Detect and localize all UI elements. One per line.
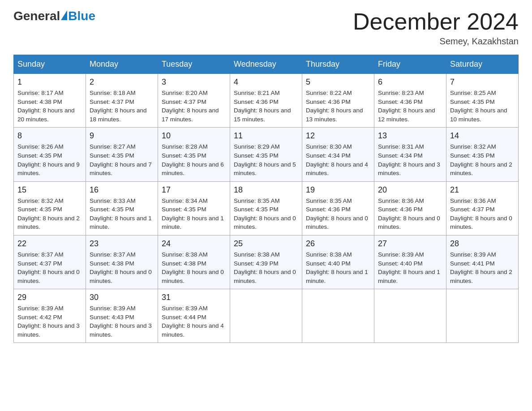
table-row [302,289,374,343]
day-number: 15 [17,185,82,195]
col-sunday: Sunday [14,55,86,74]
table-row: 3 Sunrise: 8:20 AMSunset: 4:37 PMDayligh… [158,74,230,128]
table-row: 25 Sunrise: 8:38 AMSunset: 4:39 PMDaylig… [230,235,302,289]
table-row: 22 Sunrise: 8:37 AMSunset: 4:37 PMDaylig… [14,235,86,289]
day-info: Sunrise: 8:26 AMSunset: 4:35 PMDaylight:… [17,143,80,176]
calendar-table: Sunday Monday Tuesday Wednesday Thursday… [13,55,519,343]
table-row: 30 Sunrise: 8:39 AMSunset: 4:43 PMDaylig… [86,289,158,343]
day-number: 6 [378,77,442,87]
day-info: Sunrise: 8:35 AMSunset: 4:36 PMDaylight:… [306,197,368,231]
table-row: 1 Sunrise: 8:17 AMSunset: 4:38 PMDayligh… [14,74,86,128]
col-saturday: Saturday [446,55,519,74]
day-info: Sunrise: 8:38 AMSunset: 4:39 PMDaylight:… [234,251,296,284]
day-number: 18 [234,185,298,195]
day-info: Sunrise: 8:18 AMSunset: 4:37 PMDaylight:… [90,90,147,123]
calendar-week-row: 8 Sunrise: 8:26 AMSunset: 4:35 PMDayligh… [14,128,519,181]
day-info: Sunrise: 8:17 AMSunset: 4:38 PMDaylight:… [17,90,75,123]
table-row: 21 Sunrise: 8:36 AMSunset: 4:37 PMDaylig… [446,181,519,235]
day-info: Sunrise: 8:39 AMSunset: 4:43 PMDaylight:… [90,305,152,338]
col-monday: Monday [86,55,158,74]
month-title: December 2024 [353,9,519,34]
day-info: Sunrise: 8:37 AMSunset: 4:38 PMDaylight:… [90,251,152,284]
day-number: 4 [234,77,298,87]
col-thursday: Thursday [302,55,374,74]
day-number: 25 [234,239,298,248]
day-number: 7 [450,77,515,87]
table-row: 14 Sunrise: 8:32 AMSunset: 4:35 PMDaylig… [446,128,519,181]
table-row: 28 Sunrise: 8:39 AMSunset: 4:41 PMDaylig… [446,235,519,289]
table-row: 29 Sunrise: 8:39 AMSunset: 4:42 PMDaylig… [14,289,86,343]
day-info: Sunrise: 8:38 AMSunset: 4:38 PMDaylight:… [162,251,224,284]
day-number: 20 [378,185,442,195]
day-number: 14 [450,131,515,141]
table-row: 20 Sunrise: 8:36 AMSunset: 4:36 PMDaylig… [374,181,446,235]
day-number: 9 [90,131,154,141]
calendar-week-row: 22 Sunrise: 8:37 AMSunset: 4:37 PMDaylig… [14,235,519,289]
title-block: December 2024 Semey, Kazakhstan [353,9,519,47]
table-row: 26 Sunrise: 8:38 AMSunset: 4:40 PMDaylig… [302,235,374,289]
day-number: 2 [90,77,154,87]
logo-blue: Blue [68,9,95,23]
table-row: 11 Sunrise: 8:29 AMSunset: 4:35 PMDaylig… [230,128,302,181]
table-row [230,289,302,343]
table-row: 17 Sunrise: 8:34 AMSunset: 4:35 PMDaylig… [158,181,230,235]
table-row: 27 Sunrise: 8:39 AMSunset: 4:40 PMDaylig… [374,235,446,289]
day-info: Sunrise: 8:39 AMSunset: 4:40 PMDaylight:… [378,251,440,284]
table-row: 23 Sunrise: 8:37 AMSunset: 4:38 PMDaylig… [86,235,158,289]
day-number: 30 [90,293,154,302]
day-info: Sunrise: 8:36 AMSunset: 4:36 PMDaylight:… [378,197,440,231]
day-info: Sunrise: 8:29 AMSunset: 4:35 PMDaylight:… [234,143,296,176]
calendar-week-row: 15 Sunrise: 8:32 AMSunset: 4:35 PMDaylig… [14,181,519,235]
day-number: 28 [450,239,515,248]
day-info: Sunrise: 8:32 AMSunset: 4:35 PMDaylight:… [450,143,512,176]
day-info: Sunrise: 8:35 AMSunset: 4:35 PMDaylight:… [234,197,296,231]
logo: General Blue [13,9,95,23]
table-row: 9 Sunrise: 8:27 AMSunset: 4:35 PMDayligh… [86,128,158,181]
table-row: 7 Sunrise: 8:25 AMSunset: 4:35 PMDayligh… [446,74,519,128]
logo-general: General [13,9,60,23]
day-number: 31 [162,293,226,302]
day-number: 3 [162,77,226,87]
day-number: 5 [306,77,370,87]
day-info: Sunrise: 8:31 AMSunset: 4:34 PMDaylight:… [378,143,440,176]
day-number: 19 [306,185,370,195]
table-row: 16 Sunrise: 8:33 AMSunset: 4:35 PMDaylig… [86,181,158,235]
page-header: General Blue December 2024 Semey, Kazakh… [13,9,519,47]
table-row: 5 Sunrise: 8:22 AMSunset: 4:36 PMDayligh… [302,74,374,128]
logo-triangle-icon [61,10,67,20]
col-friday: Friday [374,55,446,74]
day-number: 29 [17,293,82,302]
day-info: Sunrise: 8:25 AMSunset: 4:35 PMDaylight:… [450,90,507,123]
day-info: Sunrise: 8:38 AMSunset: 4:40 PMDaylight:… [306,251,368,284]
table-row: 8 Sunrise: 8:26 AMSunset: 4:35 PMDayligh… [14,128,86,181]
table-row: 19 Sunrise: 8:35 AMSunset: 4:36 PMDaylig… [302,181,374,235]
table-row: 12 Sunrise: 8:30 AMSunset: 4:34 PMDaylig… [302,128,374,181]
day-info: Sunrise: 8:37 AMSunset: 4:37 PMDaylight:… [17,251,80,284]
table-row: 4 Sunrise: 8:21 AMSunset: 4:36 PMDayligh… [230,74,302,128]
day-info: Sunrise: 8:20 AMSunset: 4:37 PMDaylight:… [162,90,219,123]
day-number: 12 [306,131,370,141]
table-row [446,289,519,343]
table-row: 2 Sunrise: 8:18 AMSunset: 4:37 PMDayligh… [86,74,158,128]
day-info: Sunrise: 8:23 AMSunset: 4:36 PMDaylight:… [378,90,435,123]
col-wednesday: Wednesday [230,55,302,74]
day-info: Sunrise: 8:33 AMSunset: 4:35 PMDaylight:… [90,197,152,231]
day-info: Sunrise: 8:22 AMSunset: 4:36 PMDaylight:… [306,90,363,123]
col-tuesday: Tuesday [158,55,230,74]
table-row: 13 Sunrise: 8:31 AMSunset: 4:34 PMDaylig… [374,128,446,181]
day-number: 22 [17,239,82,248]
calendar-week-row: 29 Sunrise: 8:39 AMSunset: 4:42 PMDaylig… [14,289,519,343]
day-number: 10 [162,131,226,141]
day-number: 1 [17,77,82,87]
table-row: 6 Sunrise: 8:23 AMSunset: 4:36 PMDayligh… [374,74,446,128]
table-row: 18 Sunrise: 8:35 AMSunset: 4:35 PMDaylig… [230,181,302,235]
table-row: 24 Sunrise: 8:38 AMSunset: 4:38 PMDaylig… [158,235,230,289]
day-number: 21 [450,185,515,195]
day-info: Sunrise: 8:34 AMSunset: 4:35 PMDaylight:… [162,197,224,231]
day-info: Sunrise: 8:30 AMSunset: 4:34 PMDaylight:… [306,143,368,176]
day-number: 16 [90,185,154,195]
calendar-header-row: Sunday Monday Tuesday Wednesday Thursday… [14,55,519,74]
table-row: 10 Sunrise: 8:28 AMSunset: 4:35 PMDaylig… [158,128,230,181]
table-row: 31 Sunrise: 8:39 AMSunset: 4:44 PMDaylig… [158,289,230,343]
day-number: 26 [306,239,370,248]
